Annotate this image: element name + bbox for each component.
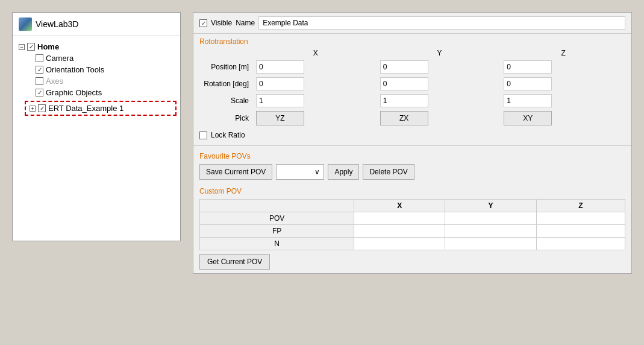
roto-wrap: X Y Z Position [m] Rotation [deg] <box>193 47 631 127</box>
ert-item[interactable]: + ERT Data_Example 1 <box>25 101 177 116</box>
checkbox-graphic[interactable] <box>36 89 43 97</box>
position-row: Position [m] <box>199 59 625 75</box>
custom-pov-x <box>354 212 445 225</box>
tree-item-axes: Axes <box>13 75 180 87</box>
scale-x-cell <box>254 92 378 109</box>
tree-label-ert: ERT Data_Example 1 <box>48 104 123 113</box>
roto-table: X Y Z Position [m] Rotation [deg] <box>199 47 625 127</box>
rotation-z-cell <box>501 75 625 92</box>
col-z-header: Z <box>501 47 625 59</box>
pick-row: Pick YZ ZX XY <box>199 109 625 127</box>
custom-n-y <box>445 238 536 250</box>
get-current-pov-button[interactable]: Get Current POV <box>199 254 270 270</box>
name-label: Name <box>236 19 255 27</box>
rotation-y-cell <box>378 75 502 92</box>
custom-pov-y <box>445 212 536 225</box>
rotation-x-cell <box>254 75 378 92</box>
delete-pov-button[interactable]: Delete POV <box>363 164 414 180</box>
rototranslation-section: Rototranslation X Y Z Position [m] <box>193 34 631 127</box>
position-label: Position [m] <box>199 59 254 75</box>
col-empty <box>199 47 254 59</box>
top-bar: Visible Name <box>193 13 631 34</box>
tree-item-orientation: Orientation Tools <box>13 64 180 75</box>
scale-z-input[interactable] <box>504 94 552 107</box>
custom-col-z: Z <box>536 200 625 212</box>
custom-row-pov: POV <box>200 212 625 225</box>
position-z-input[interactable] <box>504 60 552 74</box>
checkbox-camera[interactable] <box>36 54 43 62</box>
tree-label-axes: Axes <box>46 77 63 86</box>
scale-z-cell <box>501 92 625 109</box>
checkbox-lock-ratio[interactable] <box>199 131 207 139</box>
custom-n-x <box>354 238 445 250</box>
tree-label-home: Home <box>37 42 59 51</box>
app-title: ViewLab3D <box>36 19 78 29</box>
custom-fp-z <box>536 225 625 238</box>
checkbox-home[interactable] <box>27 43 35 51</box>
position-x-input[interactable] <box>256 60 304 74</box>
chevron-down-icon: ∨ <box>314 168 320 176</box>
col-x-header: X <box>254 47 378 59</box>
expand-icon-home[interactable]: − <box>19 44 25 50</box>
tree-label-camera: Camera <box>46 54 73 63</box>
checkbox-axes[interactable] <box>36 77 43 85</box>
custom-col-empty <box>200 200 354 212</box>
scale-y-cell <box>378 92 502 109</box>
rototranslation-label: Rototranslation <box>193 34 631 47</box>
pov-dropdown[interactable]: ∨ <box>276 164 324 180</box>
custom-row-n: N <box>200 238 625 250</box>
right-panel: Visible Name Rototranslation X Y Z Posit… <box>193 12 632 274</box>
visible-label: Visible <box>211 19 232 27</box>
custom-label-n: N <box>200 238 354 250</box>
custom-fp-y <box>445 225 536 238</box>
scale-row: Scale <box>199 92 625 109</box>
position-z-cell <box>501 59 625 75</box>
custom-pov-section: Custom POV X Y Z POV FP <box>193 183 631 273</box>
tree-item-camera: Camera <box>13 52 180 64</box>
rotation-label: Rotation [deg] <box>199 75 254 92</box>
pick-label: Pick <box>199 109 254 127</box>
custom-pov-z <box>536 212 625 225</box>
tree-item-graphic: Graphic Objects <box>13 87 180 98</box>
position-y-cell <box>378 59 502 75</box>
pick-zx-button[interactable]: ZX <box>380 111 428 125</box>
checkbox-visible[interactable] <box>199 19 207 27</box>
pick-xy-button[interactable]: XY <box>504 111 552 125</box>
favourite-povs-section: Favourite POVs Save Current POV ∨ Apply … <box>193 148 631 183</box>
custom-label-fp: FP <box>200 225 354 238</box>
name-input[interactable] <box>258 16 625 30</box>
pick-zx-cell: ZX <box>378 109 502 127</box>
custom-pov-label: Custom POV <box>199 183 625 197</box>
lock-ratio-row: Lock Ratio <box>193 127 631 143</box>
custom-n-z <box>536 238 625 250</box>
tree-label-graphic: Graphic Objects <box>46 88 102 97</box>
app-icon <box>19 17 32 31</box>
checkbox-ert[interactable] <box>38 104 46 112</box>
scale-y-input[interactable] <box>380 94 428 107</box>
pick-yz-button[interactable]: YZ <box>256 111 304 125</box>
left-panel: ViewLab3D − Home Camera Orientation Tool… <box>12 12 181 241</box>
rotation-z-input[interactable] <box>504 77 552 90</box>
custom-label-pov: POV <box>200 212 354 225</box>
pick-yz-cell: YZ <box>254 109 378 127</box>
expand-icon-ert[interactable]: + <box>30 106 36 112</box>
position-x-cell <box>254 59 378 75</box>
save-current-pov-button[interactable]: Save Current POV <box>199 164 272 180</box>
custom-col-x: X <box>354 200 445 212</box>
favourite-povs-label: Favourite POVs <box>199 148 625 162</box>
col-y-header: Y <box>378 47 502 59</box>
divider-1 <box>193 145 631 146</box>
position-y-input[interactable] <box>380 60 428 74</box>
scale-x-input[interactable] <box>256 94 304 107</box>
apply-button[interactable]: Apply <box>328 164 359 180</box>
rotation-x-input[interactable] <box>256 77 304 90</box>
checkbox-orientation[interactable] <box>36 66 43 74</box>
custom-pov-table: X Y Z POV FP N <box>199 199 625 250</box>
scale-label: Scale <box>199 92 254 109</box>
rotation-y-input[interactable] <box>380 77 428 90</box>
pick-xy-cell: XY <box>501 109 625 127</box>
custom-col-y: Y <box>445 200 536 212</box>
custom-table-header-row: X Y Z <box>200 200 625 212</box>
rotation-row: Rotation [deg] <box>199 75 625 92</box>
tree-body: − Home Camera Orientation Tools Axes Gra… <box>13 36 180 123</box>
